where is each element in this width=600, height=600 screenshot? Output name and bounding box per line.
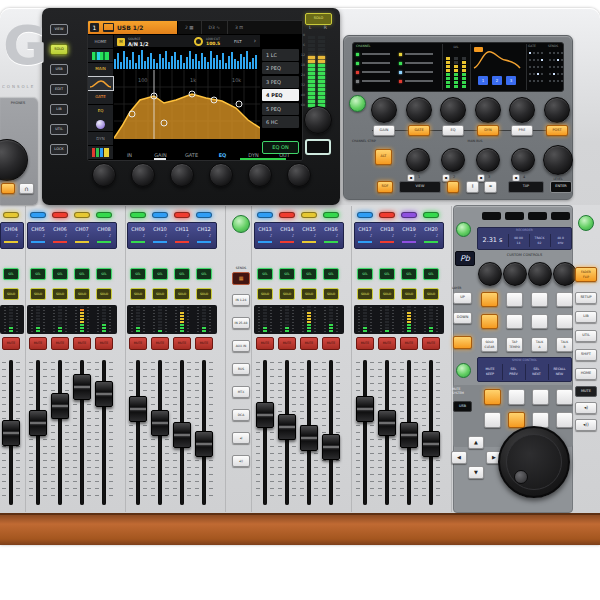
screen-encoder-4[interactable] bbox=[209, 163, 233, 187]
right-col-button-util[interactable]: UTIL bbox=[575, 330, 597, 342]
select-button-CH08[interactable]: SEL bbox=[96, 268, 112, 280]
sidebar-tile-home[interactable]: HOME bbox=[88, 35, 113, 48]
fader-CH17[interactable] bbox=[356, 396, 374, 422]
panel-bottom-button-2[interactable] bbox=[447, 181, 459, 193]
speaker-button-2[interactable]: ◂)) bbox=[575, 419, 597, 431]
sidebar-tile-dyn[interactable]: DYN bbox=[88, 132, 113, 145]
bank-assign-button[interactable] bbox=[232, 215, 250, 233]
touchscreen[interactable]: 1 USB 1/2 2 ▦D3 ∿3 ⊡HOMEMAINGATEEQDYNMSO… bbox=[87, 20, 303, 161]
select-button-CH06[interactable]: SEL bbox=[52, 268, 68, 280]
right-col-button-home[interactable]: HOME bbox=[575, 368, 597, 380]
mute-button-CH18[interactable]: MUTE bbox=[378, 337, 396, 350]
lowcut-knob-icon[interactable] bbox=[194, 37, 203, 46]
solo-button-CH19[interactable]: SOLO bbox=[401, 288, 417, 300]
master-green-right[interactable] bbox=[578, 215, 594, 231]
main-level-knob[interactable] bbox=[543, 145, 573, 175]
fn-button-talk-2[interactable]: TALKA bbox=[531, 337, 548, 352]
strip-knob-5[interactable] bbox=[509, 97, 535, 123]
strip-knob-3[interactable] bbox=[440, 97, 466, 123]
mute-button-CH20[interactable]: MUTE bbox=[422, 337, 440, 350]
mute-button-CH11[interactable]: MUTE bbox=[173, 337, 191, 350]
mute-button-CH09[interactable]: MUTE bbox=[129, 337, 147, 350]
mute-button-CH12[interactable]: MUTE bbox=[195, 337, 213, 350]
custom-grid1-1-2[interactable] bbox=[531, 314, 548, 329]
fader-CH06[interactable] bbox=[51, 393, 69, 419]
solo-button-CH09[interactable]: SOLO bbox=[130, 288, 146, 300]
bank-button-4[interactable]: MTX bbox=[232, 386, 250, 398]
screen-tab-dyn[interactable]: DYN bbox=[238, 149, 269, 160]
fader-CH11[interactable] bbox=[173, 422, 191, 448]
screen-tab-gate[interactable]: GATE bbox=[176, 149, 207, 160]
talkback-button[interactable] bbox=[349, 95, 366, 112]
sidebar-tile-rgb[interactable] bbox=[88, 146, 113, 159]
screen-encoder-6[interactable] bbox=[287, 163, 311, 187]
master-green-bottom[interactable] bbox=[456, 363, 471, 378]
mute-grid-0-2[interactable] bbox=[532, 389, 549, 405]
header-tab-0[interactable]: 2 ▦ bbox=[178, 21, 201, 34]
custom-grid1-0-0[interactable] bbox=[481, 292, 498, 307]
sidebar-tile-meter[interactable] bbox=[88, 49, 113, 62]
select-button-CH12[interactable]: SEL bbox=[196, 268, 212, 280]
screen-channel-header[interactable]: 1 USB 1/2 bbox=[88, 21, 177, 34]
custom-grid1-1-1[interactable] bbox=[506, 314, 523, 329]
solo-button-CH17[interactable]: SOLO bbox=[357, 288, 373, 300]
panel-bottom-button-sof[interactable]: SOF bbox=[377, 181, 393, 193]
source-arrow[interactable]: › bbox=[250, 35, 260, 48]
right-col-button-setup[interactable]: SETUP bbox=[575, 292, 597, 304]
strip-button-eq[interactable]: EQ bbox=[442, 125, 464, 136]
panel-bottom-button-view[interactable]: VIEW bbox=[399, 181, 441, 193]
mute-grid-1-0[interactable] bbox=[484, 412, 501, 428]
bank-button-0[interactable]: IN 1-24 bbox=[232, 294, 250, 306]
mute-button-CH14[interactable]: MUTE bbox=[278, 337, 296, 350]
strip-knob-4[interactable] bbox=[475, 97, 501, 123]
screen-tab-gain[interactable]: GAIN bbox=[145, 149, 176, 160]
eq-band-6[interactable]: 6 HC bbox=[262, 116, 299, 128]
custom-knob-3[interactable] bbox=[528, 262, 552, 286]
panel-bottom-button-‖[interactable]: ‖ bbox=[466, 181, 479, 193]
bezel-button-util[interactable]: UTIL bbox=[50, 124, 68, 135]
solo-button-CH10[interactable]: SOLO bbox=[152, 288, 168, 300]
panel-bottom-button-tap[interactable]: TAP bbox=[508, 181, 544, 193]
eq-band-2[interactable]: 2 PEQ bbox=[262, 62, 299, 74]
fader-CH16[interactable] bbox=[322, 434, 340, 460]
monitor-level-knob[interactable] bbox=[304, 106, 332, 134]
mute-button-CH08[interactable]: MUTE bbox=[95, 337, 113, 350]
fader-CH20[interactable] bbox=[422, 431, 440, 457]
strip-button-gain[interactable]: GAIN bbox=[373, 125, 395, 136]
solo-indicator-button[interactable]: SOLO bbox=[305, 13, 332, 25]
speaker-button-1[interactable]: ◂) bbox=[575, 402, 597, 414]
dpad-left[interactable]: ◀ bbox=[451, 451, 467, 464]
screen-encoder-5[interactable] bbox=[248, 163, 272, 187]
dpad-down[interactable]: ▼ bbox=[468, 466, 484, 479]
mute-grid-0-3[interactable] bbox=[556, 389, 573, 405]
bank-button-7[interactable]: ◂)) bbox=[232, 455, 250, 467]
strip-button-pre[interactable]: PRE bbox=[511, 125, 533, 136]
screen-tab-eq[interactable]: EQ bbox=[207, 149, 238, 160]
custom-grid1-0-2[interactable] bbox=[531, 292, 548, 307]
mute-button-CH13[interactable]: MUTE bbox=[256, 337, 274, 350]
solo-button-CH15[interactable]: SOLO bbox=[301, 288, 317, 300]
mute-grid-0-0[interactable] bbox=[484, 389, 501, 405]
eq-band-5[interactable]: 5 PEQ bbox=[262, 103, 299, 115]
fn-button-tap-1[interactable]: TAPTEMPO bbox=[506, 337, 523, 352]
select-button-CH09[interactable]: SEL bbox=[130, 268, 146, 280]
solo-button-CH07[interactable]: SOLO bbox=[74, 288, 90, 300]
sidebar-tile-eq[interactable]: EQ bbox=[88, 105, 113, 118]
select-button-CH16[interactable]: SEL bbox=[323, 268, 339, 280]
solo-button-CH13[interactable]: SOLO bbox=[257, 288, 273, 300]
bank-button-1[interactable]: IN 25-48 bbox=[232, 317, 250, 329]
monitor-button[interactable] bbox=[305, 139, 331, 155]
solo-button-CH11[interactable]: SOLO bbox=[174, 288, 190, 300]
phones-level-knob[interactable] bbox=[0, 139, 28, 181]
panel-bottom-button-enter[interactable]: ENTER bbox=[550, 181, 572, 193]
strip-button-gate[interactable]: GATE bbox=[408, 125, 430, 136]
solo-button-CH12[interactable]: SOLO bbox=[196, 288, 212, 300]
select-button-CH20[interactable]: SEL bbox=[423, 268, 439, 280]
mute-button-CH06[interactable]: MUTE bbox=[51, 337, 69, 350]
screen-encoder-3[interactable] bbox=[170, 163, 194, 187]
fader-CH07[interactable] bbox=[73, 374, 91, 400]
custom-grid1-0-3[interactable] bbox=[556, 292, 573, 307]
mute-grid-1-1[interactable] bbox=[508, 412, 525, 428]
solo-button-CH16[interactable]: SOLO bbox=[323, 288, 339, 300]
fader-CH14[interactable] bbox=[278, 414, 296, 440]
